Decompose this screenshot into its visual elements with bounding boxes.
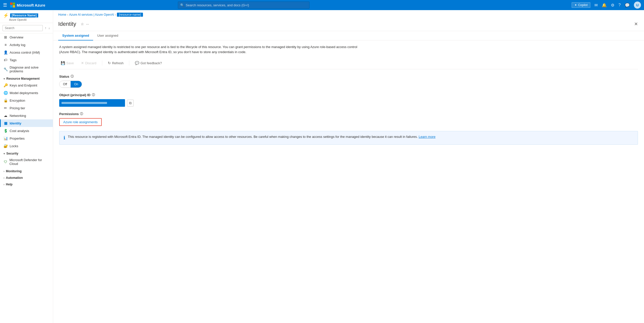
sidebar-item-label-encryption: Encryption — [10, 99, 25, 102]
resource-management-section[interactable]: ▾ Resource Management — [0, 75, 53, 81]
feedback-button[interactable]: 💬 Got feedback? — [133, 60, 163, 66]
svg-rect-0 — [10, 3, 12, 5]
automation-label: Automation — [6, 176, 23, 180]
tab-bar: System assigned User assigned — [53, 31, 644, 40]
sidebar-item-pricing[interactable]: ✏ Pricing tier — [0, 104, 53, 112]
sidebar-item-activity-log[interactable]: ≡ Activity log — [0, 41, 53, 49]
sidebar-item-label-diagnose: Diagnose and solve problems — [10, 66, 49, 73]
object-id-row: ⧉ — [59, 99, 638, 107]
refresh-icon: ↻ — [108, 61, 111, 65]
chevron-right-help: › — [4, 183, 4, 186]
networking-icon: ☁ — [4, 114, 8, 118]
breadcrumb-services[interactable]: Azure AI services | Azure OpenAI — [69, 13, 114, 16]
sidebar-search-input[interactable] — [3, 25, 43, 31]
sidebar-item-label-properties: Properties — [10, 137, 25, 140]
sidebar-item-keys[interactable]: 🔑 Keys and Endpoint — [0, 81, 53, 89]
sidebar-item-label-iam: Access control (IAM) — [10, 51, 40, 54]
permissions-label-text: Permissions — [59, 112, 79, 116]
bell-icon[interactable]: 🔔 — [602, 3, 607, 8]
feedback-icon[interactable]: 💬 — [625, 3, 630, 8]
chevron-down-icon-security: ▾ — [4, 152, 5, 155]
status-label: Status ⓘ — [59, 74, 638, 79]
sidebar-item-label-identity: Identity — [10, 121, 21, 125]
status-label-text: Status — [59, 75, 69, 78]
svg-rect-3 — [13, 5, 15, 7]
page-header-icons: ☆ ··· — [81, 22, 89, 26]
settings-icon[interactable]: ⚙ — [611, 3, 614, 8]
sidebar-item-label-defender: Microsoft Defender for Cloud — [9, 158, 49, 166]
sidebar-item-deployments[interactable]: 🌐 Model deployments — [0, 89, 53, 97]
permissions-label: Permissions ⓘ — [59, 112, 638, 116]
security-section[interactable]: ▾ Security — [0, 150, 53, 156]
help-section[interactable]: › Help — [0, 181, 53, 187]
deployments-icon: 🌐 — [4, 91, 8, 95]
resource-subtitle: Azure OpenAI — [3, 18, 50, 21]
discard-button[interactable]: ✕ Discard — [79, 60, 98, 66]
brand-logo: Microsoft Azure — [10, 3, 45, 8]
global-search-input[interactable] — [186, 3, 307, 7]
sidebar-resource-header: ⚡ [Resource Name] Azure OpenAI — [0, 10, 53, 23]
monitoring-section[interactable]: › Monitoring — [0, 167, 53, 174]
breadcrumb-sep-1: › — [67, 13, 68, 16]
info-banner-icon: ℹ — [64, 135, 65, 141]
user-avatar[interactable]: U — [634, 2, 641, 9]
search-prev-btn[interactable]: ↑ — [44, 26, 47, 30]
defender-icon: 🛡 — [4, 160, 7, 164]
sidebar-item-networking[interactable]: ☁ Networking — [0, 112, 53, 119]
cost-icon: 💲 — [4, 129, 8, 133]
status-toggle[interactable]: Off On — [59, 81, 638, 88]
azure-role-assignments-button[interactable]: Azure role assignments — [59, 118, 102, 126]
refresh-button[interactable]: ↻ Refresh — [106, 60, 125, 66]
sidebar-item-encryption[interactable]: 🔒 Encryption — [0, 97, 53, 104]
automation-section[interactable]: › Automation — [0, 174, 53, 181]
search-next-btn[interactable]: ↓ — [48, 26, 50, 30]
sidebar-item-label-tags: Tags — [10, 58, 16, 62]
description-text: A system assigned managed identity is re… — [59, 45, 363, 54]
status-info-icon[interactable]: ⓘ — [71, 74, 74, 79]
object-id-input — [59, 99, 125, 107]
info-banner: ℹ This resource is registered with Micro… — [59, 131, 638, 145]
chevron-down-icon: ▾ — [4, 77, 5, 80]
toggle-container[interactable]: Off On — [59, 81, 82, 88]
sidebar-item-label-overview: Overview — [10, 35, 23, 39]
favorite-icon[interactable]: ☆ — [81, 22, 84, 26]
content-area: A system assigned managed identity is re… — [53, 40, 644, 149]
top-nav-icons: ✦ Copilot ✉ 🔔 ⚙ ? 💬 U — [572, 2, 641, 9]
info-banner-text: This resource is registered with Microso… — [68, 134, 435, 139]
sidebar-item-defender[interactable]: 🛡 Microsoft Defender for Cloud — [0, 156, 53, 167]
sidebar-item-cost-analysis[interactable]: 💲 Cost analysis — [0, 127, 53, 135]
copilot-button[interactable]: ✦ Copilot — [572, 2, 590, 8]
toggle-on-label: On — [71, 81, 82, 88]
breadcrumb-home[interactable]: Home — [58, 13, 66, 16]
sidebar-item-overview[interactable]: ⊞ Overview — [0, 33, 53, 41]
learn-more-link[interactable]: Learn more — [419, 135, 435, 139]
overview-icon: ⊞ — [4, 35, 8, 39]
global-search-bar[interactable]: 🔍 — [178, 2, 309, 9]
breadcrumb-current: [resource-name] — [117, 13, 143, 17]
permissions-info-icon[interactable]: ⓘ — [80, 112, 83, 116]
toolbar-separator-2 — [129, 60, 129, 66]
object-id-info-icon[interactable]: ⓘ — [92, 93, 95, 97]
save-button[interactable]: 💾 Save — [59, 60, 75, 66]
help-label: Help — [6, 183, 12, 186]
toolbar-separator — [102, 60, 102, 66]
sidebar-item-label-cost: Cost analysis — [10, 129, 29, 133]
help-icon[interactable]: ? — [618, 3, 621, 7]
sidebar-item-label-pricing: Pricing tier — [10, 106, 25, 110]
notifications-icon[interactable]: ✉ — [594, 3, 598, 8]
more-options-icon[interactable]: ··· — [86, 22, 89, 26]
sidebar-item-diagnose[interactable]: 🔧 Diagnose and solve problems — [0, 64, 53, 75]
sidebar-item-tags[interactable]: 🏷 Tags — [0, 56, 53, 64]
hamburger-menu[interactable]: ☰ — [3, 2, 7, 8]
sidebar-item-properties[interactable]: 📊 Properties — [0, 135, 53, 142]
close-button[interactable]: ✕ — [633, 20, 639, 28]
copy-object-id-button[interactable]: ⧉ — [127, 100, 134, 106]
sidebar-item-iam[interactable]: 👤 Access control (IAM) — [0, 49, 53, 56]
sidebar-item-identity[interactable]: ▦ Identity — [0, 119, 53, 127]
tab-user-assigned[interactable]: User assigned — [93, 31, 122, 40]
tab-system-assigned[interactable]: System assigned — [58, 31, 93, 40]
security-label: Security — [6, 152, 18, 155]
monitoring-label: Monitoring — [6, 169, 22, 173]
sidebar-search-wrap: ↑ ↓ — [0, 23, 53, 33]
sidebar-item-locks[interactable]: 🔐 Locks — [0, 142, 53, 150]
